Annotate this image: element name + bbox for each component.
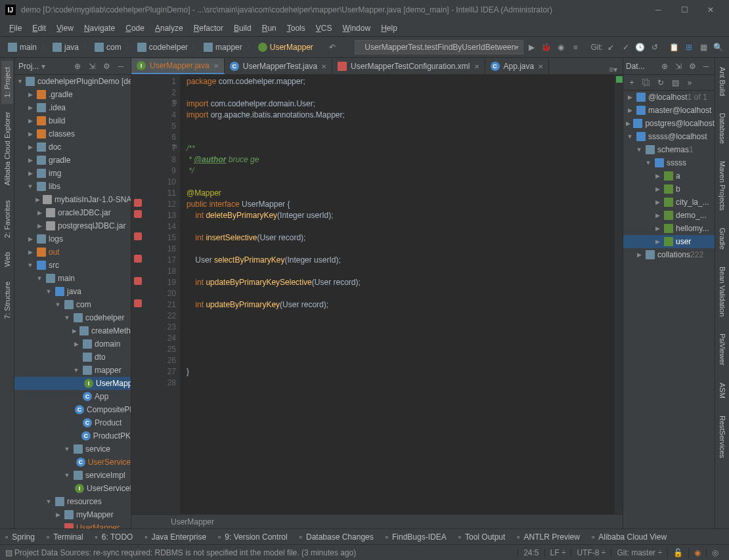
- project-target-icon[interactable]: ⊕: [72, 60, 83, 72]
- tree-arrow-icon[interactable]: ▶: [653, 199, 661, 205]
- menu-vcs[interactable]: VCS: [311, 22, 338, 35]
- tree-node[interactable]: ▼mapper: [14, 364, 131, 377]
- tree-node[interactable]: ▶domain: [14, 337, 131, 351]
- tabs-list-icon[interactable]: ≡▾: [609, 65, 617, 74]
- implementation-gutter-icon[interactable]: [134, 255, 142, 263]
- status-alibaba-icon[interactable]: ◉: [688, 548, 706, 557]
- status-git-branch[interactable]: Git: master ÷: [611, 548, 667, 557]
- tree-node[interactable]: ▶gradle: [14, 154, 131, 167]
- tree-node[interactable]: ▶out: [14, 246, 131, 259]
- tree-node[interactable]: ▼com: [14, 298, 131, 311]
- tree-node[interactable]: ▶a: [623, 169, 715, 183]
- tree-node[interactable]: ▼java: [14, 285, 131, 298]
- tree-node[interactable]: ▶build: [14, 114, 131, 127]
- line-number[interactable]: 9: [147, 165, 176, 177]
- tree-node[interactable]: ▶demo_...: [623, 209, 715, 222]
- line-number[interactable]: 2: [147, 87, 176, 98]
- tab-close-icon[interactable]: ✕: [213, 62, 219, 70]
- line-number[interactable]: 19: [147, 277, 176, 288]
- code-line[interactable]: int updateByPrimaryKey(User record);: [187, 299, 615, 311]
- vcs-history-icon[interactable]: 🕓: [634, 40, 647, 54]
- line-number[interactable]: 27: [147, 366, 176, 377]
- tree-node[interactable]: ▼libs: [14, 180, 131, 193]
- tree-arrow-icon[interactable]: ▼: [644, 160, 652, 166]
- line-number[interactable]: 12: [147, 199, 176, 210]
- tree-node[interactable]: CCompositePK: [14, 403, 131, 416]
- right-tab-maven-projects[interactable]: Maven Projects: [717, 154, 728, 217]
- db-refresh-icon[interactable]: ↻: [655, 77, 667, 89]
- menu-navigate[interactable]: Navigate: [79, 22, 120, 35]
- tab-close-icon[interactable]: ✕: [321, 63, 326, 70]
- menu-view[interactable]: View: [51, 22, 79, 35]
- tool-window-9--version-control[interactable]: ▫9: Version Control: [218, 532, 288, 542]
- code-line[interactable]: [187, 87, 615, 98]
- code-line[interactable]: public interface UserMapper {: [187, 199, 615, 210]
- line-number[interactable]: 10: [147, 177, 176, 188]
- tree-node[interactable]: ▶.idea: [14, 101, 131, 114]
- tree-node[interactable]: ▶collations 222: [623, 248, 715, 261]
- tree-node[interactable]: ▶doc: [14, 140, 131, 154]
- code-line[interactable]: int updateByPrimaryKeySelective(User rec…: [187, 277, 615, 288]
- ms-icon[interactable]: ⊞: [682, 40, 696, 54]
- tree-node[interactable]: CApp: [14, 390, 131, 403]
- line-number[interactable]: 21: [147, 299, 176, 311]
- tree-arrow-icon[interactable]: ▶: [26, 144, 34, 150]
- tree-node[interactable]: ▼main: [14, 272, 131, 285]
- menu-code[interactable]: Code: [120, 22, 150, 35]
- tree-arrow-icon[interactable]: ▶: [35, 209, 43, 216]
- code-line[interactable]: [187, 244, 615, 255]
- tree-node[interactable]: ▼service: [14, 442, 131, 456]
- code-line[interactable]: [187, 333, 615, 344]
- tool-window-database-changes[interactable]: ▫Database Changes: [299, 532, 374, 542]
- line-number[interactable]: 7: [147, 143, 176, 154]
- menu-window[interactable]: Window: [337, 22, 376, 35]
- tree-node[interactable]: CProduct: [14, 416, 131, 429]
- code-line[interactable]: int deleteByPrimaryKey(Integer userId);: [187, 210, 615, 221]
- tree-arrow-icon[interactable]: ▶: [626, 107, 634, 114]
- line-number[interactable]: 13: [147, 210, 176, 221]
- tree-node[interactable]: ▼codehelperPluginDemo [demo]: [14, 75, 131, 88]
- ppt-icon[interactable]: ▦: [697, 40, 710, 54]
- breadcrumb-usermapper[interactable]: UserMapper: [254, 40, 317, 54]
- tree-arrow-icon[interactable]: ▼: [63, 446, 71, 452]
- line-number[interactable]: 20: [147, 288, 176, 299]
- tree-arrow-icon[interactable]: ▼: [626, 133, 634, 140]
- tree-arrow-icon[interactable]: ▼: [72, 367, 80, 374]
- breadcrumb-com[interactable]: com: [91, 40, 125, 54]
- tree-node[interactable]: ▶classes: [14, 127, 131, 140]
- line-number[interactable]: 25: [147, 344, 176, 355]
- code-line[interactable]: [187, 266, 615, 277]
- status-encoding[interactable]: UTF-8 ÷: [571, 548, 611, 557]
- tree-arrow-icon[interactable]: ▶: [26, 91, 34, 98]
- line-number[interactable]: 6: [147, 132, 176, 143]
- stop-button[interactable]: ■: [569, 40, 582, 54]
- tree-arrow-icon[interactable]: ▶: [635, 251, 643, 258]
- menu-run[interactable]: Run: [257, 22, 282, 35]
- tree-arrow-icon[interactable]: ▶: [653, 225, 661, 232]
- line-number[interactable]: 22: [147, 311, 176, 322]
- tree-node[interactable]: ▶master@localhost: [623, 104, 715, 117]
- db-more-icon[interactable]: »: [684, 77, 696, 89]
- tree-node[interactable]: CProductPK: [14, 429, 131, 442]
- project-collapse-icon[interactable]: ⇲: [86, 60, 98, 72]
- code-line[interactable]: [187, 377, 615, 389]
- left-tab-2--favorites[interactable]: 2: Favorites: [1, 194, 13, 244]
- implementation-gutter-icon[interactable]: [134, 210, 142, 218]
- tree-node[interactable]: ▶user: [623, 235, 715, 248]
- line-number[interactable]: 11: [147, 188, 176, 199]
- tree-arrow-icon[interactable]: ▶: [26, 157, 34, 163]
- right-tab-psiviewer[interactable]: PsiViewer: [717, 327, 728, 372]
- tool-window-6--todo[interactable]: ▫6: TODO: [95, 532, 133, 542]
- tree-arrow-icon[interactable]: ▶: [626, 120, 630, 127]
- code-line[interactable]: [187, 177, 615, 188]
- tree-arrow-icon[interactable]: ▶: [72, 341, 80, 347]
- tree-arrow-icon[interactable]: ▶: [54, 511, 62, 518]
- implementation-gutter-icon[interactable]: [134, 299, 142, 307]
- tab-close-icon[interactable]: ✕: [474, 63, 479, 70]
- editor-tab[interactable]: CApp.java✕: [485, 58, 550, 74]
- line-number[interactable]: 8: [147, 154, 176, 165]
- tree-node[interactable]: ▶.gradle: [14, 88, 131, 101]
- tree-node[interactable]: ▶postgres@localhost: [623, 117, 715, 130]
- tool-window-spring[interactable]: ▫Spring: [5, 532, 35, 542]
- left-tab-1--project[interactable]: 1: Project: [1, 60, 13, 104]
